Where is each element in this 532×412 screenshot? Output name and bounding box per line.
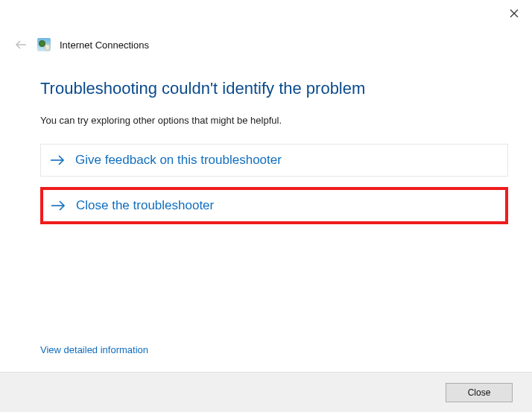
- close-troubleshooter-option[interactable]: Close the troubleshooter: [40, 187, 508, 224]
- close-icon[interactable]: [507, 6, 522, 21]
- content-area: Troubleshooting couldn't identify the pr…: [0, 52, 532, 224]
- view-detailed-information-link[interactable]: View detailed information: [40, 344, 148, 355]
- arrow-right-icon: [50, 154, 65, 166]
- footer-bar: Close: [0, 372, 532, 412]
- titlebar: [0, 0, 532, 28]
- window-title: Internet Connections: [60, 39, 149, 51]
- page-subtext: You can try exploring other options that…: [40, 115, 508, 126]
- give-feedback-label: Give feedback on this troubleshooter: [75, 153, 282, 168]
- close-troubleshooter-label: Close the troubleshooter: [76, 198, 214, 213]
- give-feedback-option[interactable]: Give feedback on this troubleshooter: [40, 144, 508, 177]
- page-title: Troubleshooting couldn't identify the pr…: [40, 79, 508, 98]
- header-row: Internet Connections: [0, 28, 532, 52]
- back-arrow-icon: [13, 37, 28, 52]
- close-button[interactable]: Close: [446, 383, 513, 402]
- option-list: Give feedback on this troubleshooter Clo…: [40, 144, 508, 224]
- internet-connections-icon: [37, 38, 51, 51]
- arrow-right-icon: [51, 200, 66, 212]
